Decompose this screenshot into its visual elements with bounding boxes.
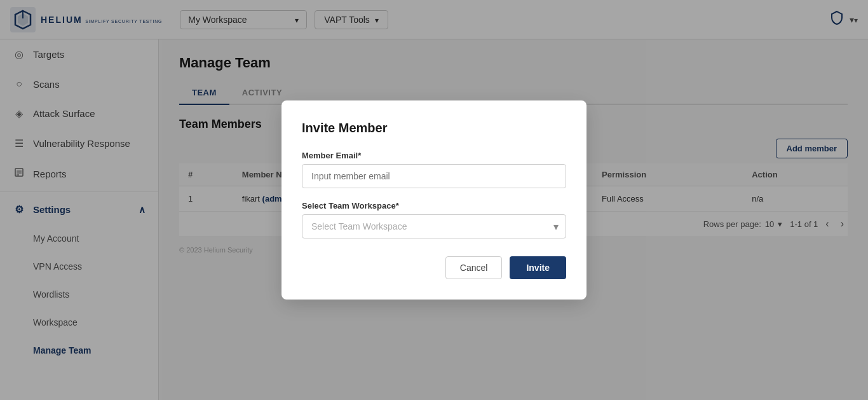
cancel-button[interactable]: Cancel <box>445 256 503 279</box>
workspace-select[interactable]: Select Team Workspace <box>302 214 566 238</box>
workspace-select-wrapper: Select Team Workspace ▾ <box>302 214 566 238</box>
invite-member-modal: Invite Member Member Email* Select Team … <box>281 100 587 300</box>
invite-button[interactable]: Invite <box>510 256 566 279</box>
modal-overlay[interactable]: Invite Member Member Email* Select Team … <box>0 0 868 400</box>
modal-actions: Cancel Invite <box>302 256 566 279</box>
modal-title: Invite Member <box>302 121 566 135</box>
workspace-select-label: Select Team Workspace* <box>302 201 566 210</box>
email-label: Member Email* <box>302 151 566 160</box>
email-input[interactable] <box>302 164 566 188</box>
